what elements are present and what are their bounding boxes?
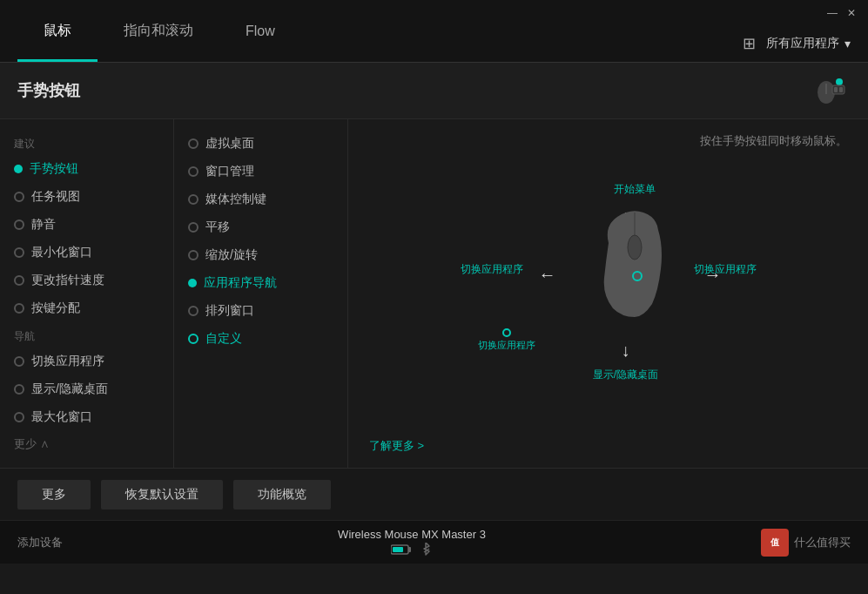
radio-empty-icon	[14, 303, 24, 314]
circle-icon	[188, 194, 198, 205]
group-label-suggestions: 建议	[0, 130, 173, 155]
svg-rect-11	[393, 547, 403, 552]
mid-item-window-management[interactable]: 窗口管理	[174, 158, 347, 186]
radio-empty-icon	[14, 384, 24, 395]
battery-icon	[391, 543, 412, 556]
bottom-left-indicator-icon	[502, 328, 511, 337]
svg-rect-10	[408, 547, 411, 552]
radio-empty-icon	[14, 219, 24, 230]
circle-teal-icon	[188, 334, 198, 344]
left-item-show-hide-desktop[interactable]: 显示/隐藏桌面	[0, 375, 173, 403]
nav-right: ⊞ 所有应用程序 ▾	[743, 34, 851, 62]
mid-item-pan[interactable]: 平移	[174, 213, 347, 241]
radio-empty-icon	[14, 192, 24, 202]
hint-text: 按住手势按钮同时移动鼠标。	[369, 133, 847, 149]
left-item-minimize-window[interactable]: 最小化窗口	[0, 239, 173, 267]
learn-more-link[interactable]: 了解更多 >	[369, 438, 847, 454]
svg-rect-5	[839, 87, 843, 92]
mid-item-zoom-rotate[interactable]: 缩放/旋转	[174, 241, 347, 269]
minimize-button[interactable]: —	[826, 7, 838, 19]
footer: 添加设备 Wireless Mouse MX Master 3 值 什么值得买	[0, 520, 868, 564]
left-item-gesture-button[interactable]: 手势按钮	[0, 155, 173, 183]
more-button[interactable]: 更多	[17, 480, 91, 510]
footer-center: Wireless Mouse MX Master 3	[63, 528, 761, 557]
mid-item-media-controls[interactable]: 媒体控制键	[174, 186, 347, 213]
circle-icon	[188, 306, 198, 316]
bottom-buttons: 更多 恢复默认设置 功能概览	[0, 468, 868, 520]
bottom-direction-label: 显示/隐藏桌面	[593, 368, 658, 382]
svg-point-7	[628, 235, 642, 260]
left-item-key-assignment[interactable]: 按键分配	[0, 294, 173, 322]
app-selector[interactable]: 所有应用程序 ▾	[766, 36, 851, 51]
mid-item-virtual-desktop[interactable]: 虚拟桌面	[174, 130, 347, 158]
footer-right: 值 什么值得买	[761, 529, 851, 557]
add-device-link[interactable]: 添加设备	[17, 535, 63, 550]
radio-filled-icon	[14, 165, 23, 173]
left-direction-label: 切换应用程序	[461, 262, 523, 277]
panels: 建议 手势按钮 任务视图 静音 最小化窗口 更改指针速度 按键分配 导航	[0, 119, 868, 468]
mid-item-custom[interactable]: 自定义	[174, 325, 347, 353]
left-item-mute[interactable]: 静音	[0, 211, 173, 239]
mouse-icon	[809, 77, 851, 105]
watermark-logo: 值	[761, 529, 789, 557]
overview-button[interactable]: 功能概览	[233, 480, 331, 510]
left-item-task-view[interactable]: 任务视图	[0, 183, 173, 211]
top-direction-label: 开始菜单	[614, 182, 656, 197]
down-arrow-icon: ↓	[622, 341, 630, 361]
chevron-down-icon: ▾	[844, 37, 851, 51]
reset-button[interactable]: 恢复默认设置	[101, 480, 223, 510]
device-icons	[391, 543, 433, 557]
group-label-navigation: 导航	[0, 322, 173, 348]
radio-empty-icon	[14, 247, 24, 258]
section-title: 手势按钮	[17, 80, 80, 101]
radio-empty-icon	[14, 412, 24, 422]
right-direction-label: 切换应用程序	[694, 262, 757, 277]
grid-icon: ⊞	[743, 34, 756, 53]
top-nav: 鼠标 指向和滚动 Flow ⊞ 所有应用程序 ▾	[0, 0, 868, 63]
circle-icon	[188, 138, 198, 149]
svg-point-2	[836, 78, 843, 85]
right-panel: 按住手势按钮同时移动鼠标。 开始菜单 ↑	[348, 119, 868, 468]
left-item-maximize-window[interactable]: 最大化窗口	[0, 403, 173, 431]
teal-dot-icon	[188, 279, 197, 287]
circle-icon	[188, 250, 198, 260]
tab-flow[interactable]: Flow	[219, 0, 301, 62]
section-header: 手势按钮	[0, 63, 868, 119]
circle-icon	[188, 222, 198, 233]
tab-pointer[interactable]: 指向和滚动	[98, 0, 219, 62]
left-item-switch-app[interactable]: 切换应用程序	[0, 348, 173, 375]
mouse-body-svg	[595, 208, 674, 321]
device-name: Wireless Mouse MX Master 3	[338, 528, 486, 541]
left-item-change-pointer-speed[interactable]: 更改指针速度	[0, 267, 173, 294]
expand-less-button[interactable]: 更少 ∧	[0, 431, 173, 457]
radio-empty-icon	[14, 275, 24, 286]
title-bar: — ✕	[816, 0, 868, 26]
bottom-left-direction-label: 切换应用程序	[478, 339, 535, 352]
left-arrow-icon: ←	[539, 265, 556, 285]
circle-icon	[188, 166, 198, 177]
svg-rect-4	[834, 87, 838, 92]
mid-item-arrange-windows[interactable]: 排列窗口	[174, 297, 347, 325]
mid-item-app-navigation[interactable]: 应用程序导航	[174, 269, 347, 297]
bluetooth-icon	[419, 543, 433, 557]
tab-mouse[interactable]: 鼠标	[17, 0, 98, 62]
radio-empty-icon	[14, 356, 24, 367]
section-icons	[809, 77, 851, 105]
mouse-diagram: 开始菜单 ↑ ← 切换应用程序	[369, 159, 847, 431]
left-panel: 建议 手势按钮 任务视图 静音 最小化窗口 更改指针速度 按键分配 导航	[0, 119, 174, 468]
mid-panel: 虚拟桌面 窗口管理 媒体控制键 平移 缩放/旋转 应用程序导航 排列窗口 自定	[174, 119, 348, 468]
close-button[interactable]: ✕	[845, 7, 858, 19]
